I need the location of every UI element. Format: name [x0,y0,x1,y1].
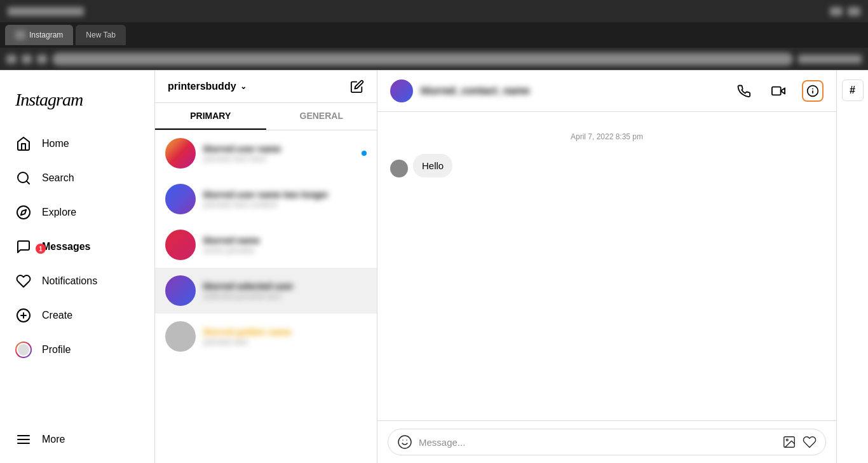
message-bubble: Hello [413,154,452,177]
like-button[interactable] [803,435,817,449]
create-icon [15,307,32,324]
conversation-preview: preview text content [203,200,367,209]
chat-header-actions [733,80,824,102]
messages-header: printersbuddy ⌄ [155,71,377,103]
window-control [830,7,843,16]
tab-label: Instagram [29,31,63,39]
message-row: Hello [390,154,824,177]
browser-title-text [8,7,84,16]
messages-tabs: PRIMARY GENERAL [155,103,377,130]
chevron-down-icon: ⌄ [240,82,247,91]
hash-panel: # [836,71,868,463]
chat-input-wrapper [388,429,826,455]
info-button[interactable] [802,80,824,102]
messages-badge: 1 [36,244,46,254]
sidebar-item-notifications[interactable]: Notifications [8,265,147,297]
chat-contact-name: blurred_contact_name [421,85,530,97]
conversation-preview: preview text [203,337,367,347]
hash-button[interactable]: # [842,79,864,101]
media-button[interactable] [782,435,796,449]
sidebar-item-home[interactable]: Home [8,128,147,160]
search-icon [15,170,32,186]
svg-line-1 [27,181,29,184]
conversation-name: blurred selected user [203,281,367,291]
sidebar-item-search[interactable]: Search [8,162,147,194]
tab-primary[interactable]: PRIMARY [155,103,266,130]
conversation-name: blurred name [203,235,367,245]
sidebar-item-more[interactable]: More [8,424,147,455]
conversation-name: blurred golden name [203,327,367,337]
back-btn [6,55,17,64]
conversation-list: blurred user name preview text here blur… [155,130,377,463]
avatar [165,230,196,260]
browser-tab[interactable]: New Tab [76,25,125,45]
conversation-info: blurred user name preview text here [203,144,367,163]
svg-point-15 [398,436,411,448]
conversation-item[interactable]: blurred golden name preview text [155,314,377,359]
chat-header-user: blurred_contact_name [390,79,530,102]
svg-marker-3 [21,210,26,215]
conversation-item[interactable]: blurred user name preview text here [155,130,377,176]
instagram-logo: Instagram [8,78,147,125]
sidebar-item-create[interactable]: Create [8,300,147,331]
conversation-item-selected[interactable]: blurred selected user selected preview t… [155,268,377,314]
emoji-button[interactable] [397,434,412,450]
compose-button[interactable] [350,79,364,93]
username-text: printersbuddy [168,81,236,92]
sidebar: Instagram Home Search [0,71,155,463]
avatar [165,138,196,169]
conversation-preview: preview text here [203,154,367,163]
sidebar-label-notifications: Notifications [42,275,97,287]
svg-point-2 [17,206,30,219]
unread-indicator [362,151,367,156]
avatar [165,184,196,214]
conversation-info: blurred selected user selected preview t… [203,281,367,301]
sidebar-label-profile: Profile [42,344,71,356]
conversation-item[interactable]: blurred name some preview [155,222,377,268]
browser-extensions [798,55,862,64]
more-icon [15,431,32,448]
address-bar[interactable] [52,53,793,66]
heart-icon [15,273,32,289]
home-icon [15,135,32,152]
sidebar-label-messages: Messages [42,241,91,252]
explore-icon [15,204,32,221]
browser-tab-active[interactable]: Instagram [5,25,73,45]
avatar [165,321,196,352]
messages-icon: 1 [15,238,32,255]
sidebar-item-profile[interactable]: Profile [8,334,147,366]
refresh-btn [37,55,47,64]
forward-btn [22,55,32,64]
messages-username[interactable]: printersbuddy ⌄ [168,81,247,92]
chat-header: blurred_contact_name [377,71,836,112]
sidebar-item-messages[interactable]: 1 Messages [8,231,147,263]
sidebar-label-create: Create [42,310,72,321]
conversation-item[interactable]: blurred user name two longer preview tex… [155,176,377,222]
conversation-name: blurred user name two longer [203,190,367,200]
tab-favicon [15,31,25,39]
app-container: Instagram Home Search [0,70,868,463]
conversation-info: blurred user name two longer preview tex… [203,190,367,209]
message-timestamp: April 7, 2022 8:35 pm [390,132,824,141]
window-control [848,7,860,16]
sidebar-label-search: Search [42,172,74,184]
svg-rect-11 [772,87,781,95]
browser-chrome: Instagram New Tab [0,0,868,70]
conversation-name: blurred user name [203,144,367,154]
svg-marker-10 [781,88,785,93]
conversation-info: blurred name some preview [203,235,367,255]
sidebar-item-explore[interactable]: Explore [8,197,147,228]
browser-nav-bar [0,48,868,70]
chat-area: blurred_contact_name [377,71,836,463]
video-call-button[interactable] [768,80,789,102]
tab-general[interactable]: GENERAL [266,103,377,130]
profile-icon [15,342,32,358]
conversation-preview: some preview [203,245,367,255]
chat-input-bar [377,420,836,463]
phone-call-button[interactable] [733,80,755,102]
conversation-info: blurred golden name preview text [203,327,367,347]
message-input[interactable] [419,437,776,448]
chat-header-avatar [390,79,413,102]
browser-tab-bar: Instagram New Tab [0,22,868,48]
message-sender-avatar [390,160,408,177]
